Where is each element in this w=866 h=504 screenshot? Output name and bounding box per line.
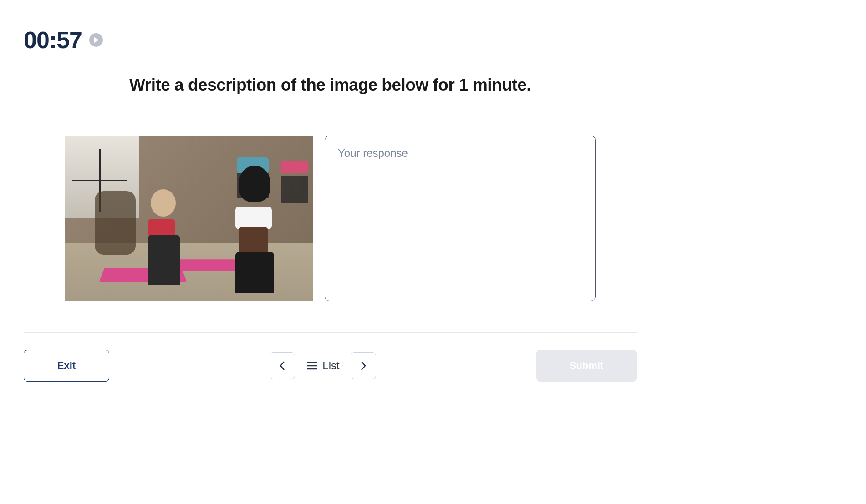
prompt-text: Write a description of the image below f… (24, 76, 637, 95)
next-button[interactable] (351, 352, 376, 379)
footer: Exit List Submit (24, 350, 637, 400)
timer-row: 00:57 (24, 26, 637, 54)
submit-button[interactable]: Submit (536, 350, 637, 382)
chevron-right-icon (360, 360, 367, 371)
list-button[interactable]: List (303, 359, 342, 372)
list-label: List (322, 359, 339, 372)
footer-divider (24, 332, 637, 333)
play-icon[interactable] (89, 33, 103, 47)
chevron-left-icon (279, 360, 286, 371)
nav-group: List (270, 352, 376, 379)
prompt-image (65, 136, 313, 301)
exit-button[interactable]: Exit (24, 350, 109, 382)
list-icon (306, 361, 318, 370)
content-row (24, 136, 637, 301)
prev-button[interactable] (270, 352, 295, 379)
response-input[interactable] (325, 136, 596, 301)
timer-value: 00:57 (24, 26, 82, 54)
